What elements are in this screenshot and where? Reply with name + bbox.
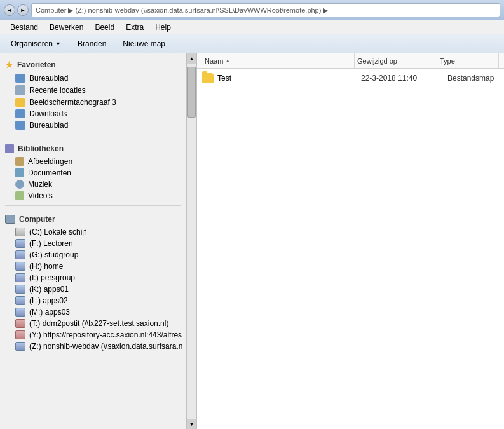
sidebar-item-recente-locaties[interactable]: Recente locaties [0,84,186,97]
table-row[interactable]: Test 22-3-2018 11:40 Bestandsmap [197,71,504,85]
sidebar-item-bureaublad1[interactable]: Bureaublad [0,72,186,84]
sidebar-item-i-drive[interactable]: (I:) persgroup [0,272,186,283]
sidebar-scrollbar[interactable]: ▲ ▼ [186,53,196,429]
organiseren-button[interactable]: Organiseren ▼ [5,37,67,51]
sidebar-label: (Y:) https://repository-acc.saxion.nl:44… [29,330,182,339]
music-icon [15,180,24,189]
title-bar: ◄ ► Computer ▶ (Z:) nonshib-webdav (\\sa… [0,0,504,20]
sidebar-header-favorieten: ★ Favorieten [0,57,186,72]
favorieten-label: Favorieten [17,60,56,69]
sidebar-label: (C:) Lokale schijf [29,228,86,236]
sidebar-label: (T:) ddm2postit (\\lx227-set.test.saxion… [29,319,168,328]
folder-blue-icon [15,121,25,130]
drive-network-icon [15,342,25,351]
file-date: 22-3-2018 11:40 [361,74,444,83]
sidebar-label: Documenten [28,168,71,177]
sidebar-label: Recente locaties [29,86,86,95]
window-controls[interactable]: ◄ ► [4,4,29,16]
folder-yellow-icon [15,98,25,107]
sidebar-item-k-drive[interactable]: (K:) apps01 [0,283,186,295]
folder-generic-icon [15,85,25,95]
address-bar[interactable]: Computer ▶ (Z:) nonshib-webdav (\\saxion… [31,3,500,17]
sidebar-section-bibliotheken: Bibliotheken Afbeeldingen Documenten Muz… [0,138,186,203]
file-type: Bestandsmap [447,74,499,83]
sidebar-item-f-drive[interactable]: (F:) Lectoren [0,238,186,249]
col-header-type[interactable]: Type [437,53,499,68]
drive-network-icon [15,273,25,282]
sidebar-label: Afbeeldingen [28,157,72,166]
folder-blue-icon [15,109,25,118]
sidebar-label: Bureaublad [29,74,68,83]
menu-help[interactable]: Help [150,22,176,33]
sidebar-label: (M:) apps03 [29,308,70,317]
sidebar: ★ Favorieten Bureaublad Recente locaties… [0,53,197,429]
sidebar-item-y-drive[interactable]: (Y:) https://repository-acc.saxion.nl:44… [0,329,186,341]
back-button[interactable]: ◄ [4,4,15,16]
book-icon [15,168,24,177]
sidebar-section-favorieten: ★ Favorieten Bureaublad Recente locaties… [0,53,186,132]
drive-network-icon [15,250,25,259]
scroll-up-button[interactable]: ▲ [187,53,196,64]
folder-blue-icon [15,74,25,83]
branden-label: Branden [78,39,106,48]
sidebar-label: (K:) apps01 [29,285,69,294]
branden-button[interactable]: Branden [72,37,112,51]
sidebar-header-bibliotheken: Bibliotheken [0,142,186,156]
sidebar-item-m-drive[interactable]: (M:) apps03 [0,306,186,318]
sidebar-item-t-drive[interactable]: (T:) ddm2postit (\\lx227-set.test.saxion… [0,318,186,329]
sidebar-header-computer: Computer [0,212,186,226]
main-area: ★ Favorieten Bureaublad Recente locaties… [0,53,504,429]
drive-network-icon [15,308,25,317]
sidebar-item-bureaublad2[interactable]: Bureaublad [0,119,186,131]
col-naam-label: Naam [205,57,223,65]
sidebar-item-c-drive[interactable]: (C:) Lokale schijf [0,226,186,238]
sidebar-label: (F:) Lectoren [29,239,73,248]
sidebar-item-muziek[interactable]: Muziek [0,179,186,190]
column-headers: Naam ▲ Gewijzigd op Type [197,53,504,69]
sidebar-item-afbeeldingen[interactable]: Afbeeldingen [0,156,186,167]
menu-bestand[interactable]: Bestand [5,22,43,33]
menu-bewerken[interactable]: Bewerken [44,22,88,33]
address-text: Computer ▶ (Z:) nonshib-webdav (\\saxion… [36,6,328,15]
sidebar-item-g-drive[interactable]: (G:) studgroup [0,249,186,261]
col-gewijzigd-label: Gewijzigd op [357,57,397,65]
computer-label: Computer [19,215,55,224]
content-area: Naam ▲ Gewijzigd op Type Test 22-3-2018 … [197,53,504,429]
nieuwe-map-label: Nieuwe map [123,39,165,48]
bibliotheken-label: Bibliotheken [18,144,64,153]
scroll-track[interactable] [187,64,196,419]
scroll-down-button[interactable]: ▼ [187,419,196,429]
sidebar-item-documenten[interactable]: Documenten [0,167,186,179]
sidebar-item-z-drive[interactable]: (Z:) nonshib-webdav (\\saxion.data.surfs… [0,341,186,352]
sidebar-item-h-drive[interactable]: (H:) home [0,261,186,272]
scroll-thumb[interactable] [187,67,196,118]
file-list: Test 22-3-2018 11:40 Bestandsmap [197,69,504,88]
drive-network-icon [15,239,25,248]
forward-button[interactable]: ► [17,4,29,16]
sidebar-label: (L:) apps02 [29,296,68,305]
col-header-naam[interactable]: Naam ▲ [202,53,355,68]
sidebar-item-downloads[interactable]: Downloads [0,108,186,119]
sidebar-label: (I:) persgroup [29,273,75,282]
drive-network-icon [15,296,25,305]
file-name: Test [217,74,357,83]
sidebar-label: Muziek [28,180,52,189]
computer-icon [5,215,15,224]
book-icon [5,144,14,153]
sidebar-label: (G:) studgroup [29,250,78,259]
drive-error-icon [15,319,25,328]
col-header-gewijzigd[interactable]: Gewijzigd op [355,53,437,68]
menu-bar: Bestand Bewerken Beeld Extra Help [0,20,504,34]
drive-error-icon [15,330,25,339]
sidebar-label: Downloads [29,109,67,118]
menu-beeld[interactable]: Beeld [90,22,119,33]
drive-icon [15,228,25,236]
nieuwe-map-button[interactable]: Nieuwe map [117,37,171,51]
sidebar-label: Bureaublad [29,121,68,130]
sidebar-item-l-drive[interactable]: (L:) apps02 [0,295,186,306]
menu-extra[interactable]: Extra [121,22,149,33]
sidebar-item-beeldscherm[interactable]: Beeldschermtachograaf 3 [0,97,186,108]
sidebar-item-videos[interactable]: Video's [0,190,186,201]
sidebar-section-computer: Computer (C:) Lokale schijf (F:) Lectore… [0,208,186,353]
star-icon: ★ [5,60,13,70]
